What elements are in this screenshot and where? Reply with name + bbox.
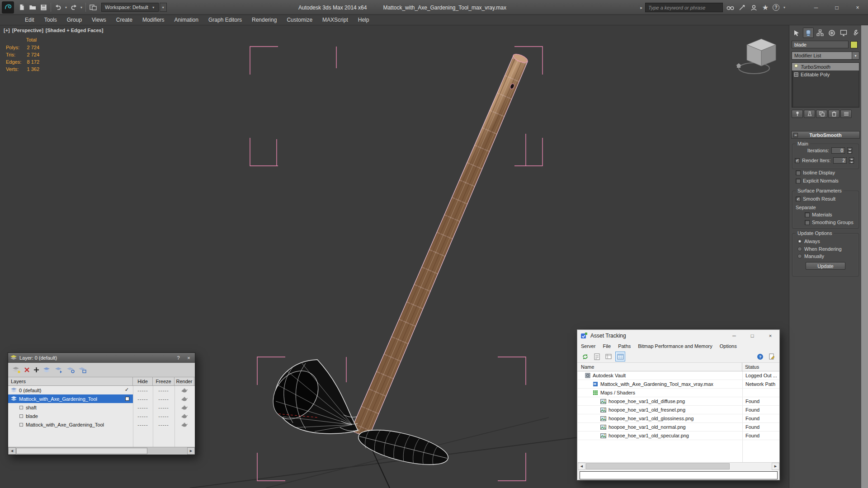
menu-file[interactable]: File [599, 343, 614, 349]
search-input[interactable] [645, 3, 723, 12]
manually-radio[interactable] [797, 254, 802, 258]
smoothing-groups-checkbox[interactable] [805, 220, 810, 225]
redo-button[interactable] [68, 1, 79, 13]
asset-row[interactable]: hoopoe_hoe_var1_old_specular.png Found [578, 432, 779, 440]
menu-help[interactable]: Help [353, 17, 374, 23]
asset-row[interactable]: Maps / Shaders [578, 389, 779, 397]
menu-edit[interactable]: Edit [20, 17, 39, 23]
search-binoculars-icon[interactable] [726, 3, 735, 12]
info-icon[interactable] [767, 352, 776, 361]
layer-row[interactable]: shaft ----- ----- [8, 403, 195, 412]
smooth-result-checkbox[interactable]: ✓ [796, 197, 801, 202]
asset-row[interactable]: Mattock_with_Axe_Gardening_Tool_max_vray… [578, 380, 779, 389]
menu-modifiers[interactable]: Modifiers [137, 17, 170, 23]
materials-checkbox[interactable] [805, 212, 810, 217]
lightbulb-icon[interactable] [794, 64, 798, 70]
help-dropdown-caret[interactable]: ▾ [782, 5, 787, 9]
set-current-layer-icon[interactable] [55, 366, 63, 373]
layer-row[interactable]: Mattock_with_Axe_Gardening_Tool ----- --… [8, 394, 195, 403]
menu-views[interactable]: Views [87, 17, 111, 23]
when-rendering-radio[interactable] [797, 247, 802, 251]
turbosmooth-rollout-header[interactable]: − TurboSmooth [791, 131, 860, 139]
column-render[interactable]: Render [175, 377, 194, 385]
delete-layer-icon[interactable] [24, 367, 30, 373]
select-layer-objects-icon[interactable] [43, 366, 51, 373]
help-icon[interactable]: ? [755, 352, 764, 361]
menu-paths[interactable]: Paths [614, 343, 634, 349]
column-layers[interactable]: Layers [8, 377, 133, 385]
render-toggle-icon[interactable] [175, 386, 194, 394]
viewport-general-menu[interactable]: [+] [4, 28, 10, 33]
viewport-shading-menu[interactable]: [Shaded + Edged Faces] [46, 28, 103, 33]
modifier-list-dropdown[interactable]: Modifier List ▼ [792, 52, 859, 60]
menu-group[interactable]: Group [62, 17, 87, 23]
menu-customize[interactable]: Customize [282, 17, 317, 23]
close-button[interactable]: × [847, 0, 868, 15]
render-iters-value[interactable]: 2 [833, 157, 847, 164]
render-toggle-icon[interactable] [175, 394, 194, 403]
viewport-pov-menu[interactable]: [Perspective] [12, 28, 43, 33]
minimize-button[interactable]: ─ [806, 0, 826, 15]
details-view-icon[interactable] [604, 352, 613, 361]
render-toggle-icon[interactable] [175, 412, 194, 420]
menu-animation[interactable]: Animation [170, 17, 203, 23]
show-end-result-button[interactable] [804, 110, 815, 118]
close-icon[interactable]: × [185, 355, 193, 361]
new-layer-icon[interactable] [12, 366, 20, 373]
scroll-left-icon[interactable]: ◀ [578, 463, 585, 470]
menu-server[interactable]: Server [577, 343, 599, 349]
max-logo-icon[interactable] [2, 1, 14, 14]
menu-graph-editors[interactable]: Graph Editors [203, 17, 247, 23]
iterations-value[interactable]: 0 [831, 147, 845, 154]
panel-scroll-strip[interactable] [861, 25, 868, 488]
open-file-button[interactable] [27, 1, 38, 13]
explicit-normals-checkbox[interactable] [796, 178, 801, 183]
subscription-icon[interactable] [737, 3, 746, 12]
table-view-icon[interactable] [616, 352, 625, 361]
column-freeze[interactable]: Freeze [153, 377, 175, 385]
mattock-blade-head[interactable] [264, 360, 359, 434]
configure-modifier-sets-button[interactable] [840, 110, 852, 118]
scroll-right-icon[interactable]: ▶ [187, 447, 195, 455]
communication-center-icon[interactable] [749, 3, 758, 12]
undo-button[interactable] [53, 1, 64, 13]
tab-create[interactable] [791, 28, 802, 38]
close-button[interactable]: × [761, 330, 779, 342]
tab-display[interactable] [838, 28, 849, 38]
refresh-status-icon[interactable] [580, 352, 590, 361]
object-color-swatch[interactable] [850, 41, 858, 48]
layer-row[interactable]: Mattock_with_Axe_Gardening_Tool ----- --… [8, 420, 195, 429]
layer-properties-icon[interactable] [78, 366, 86, 373]
column-hide[interactable]: Hide [133, 377, 153, 385]
layer-row[interactable]: blade ----- ----- [8, 412, 195, 420]
tab-modify[interactable] [803, 28, 814, 38]
menu-create[interactable]: Create [111, 17, 137, 23]
render-toggle-icon[interactable] [175, 403, 194, 412]
asset-row[interactable]: hoopoe_hoe_var1_old_normal.png Found [578, 423, 779, 432]
layer-horizontal-scrollbar[interactable]: ◀ ▶ [8, 447, 195, 455]
asset-horizontal-scrollbar[interactable]: ◀ ▶ [578, 462, 779, 470]
menu-bitmap-performance[interactable]: Bitmap Performance and Memory [634, 343, 716, 349]
tab-hierarchy[interactable] [815, 28, 826, 38]
asset-row[interactable]: hoopoe_hoe_var1_old_diffuse.png Found [578, 397, 779, 406]
menu-maxscript[interactable]: MAXScript [317, 17, 353, 23]
iterations-spinner[interactable] [847, 147, 852, 154]
maximize-button[interactable]: □ [743, 330, 761, 342]
workspace-options-dropdown[interactable]: ▼ [160, 3, 167, 12]
note-box-icon[interactable] [125, 397, 129, 401]
column-name[interactable]: Name [577, 363, 742, 371]
add-to-layer-icon[interactable] [33, 367, 39, 373]
favorites-star-icon[interactable]: ★ [761, 3, 770, 12]
tab-utilities[interactable] [850, 28, 861, 38]
asset-row[interactable]: hoopoe_hoe_var1_old_fresnel.png Found [578, 406, 779, 414]
object-name-field[interactable]: blade [792, 41, 849, 48]
menu-options[interactable]: Options [716, 343, 741, 349]
update-button[interactable]: Update [806, 262, 845, 270]
scroll-right-icon[interactable]: ▶ [772, 463, 779, 470]
viewcube[interactable] [733, 33, 783, 78]
minimize-button[interactable]: ─ [725, 330, 743, 342]
project-folder-icon[interactable] [88, 1, 99, 13]
asset-dialog-titlebar[interactable]: Asset Tracking ─ □ × [577, 330, 779, 342]
undo-dropdown-caret[interactable]: ▾ [64, 5, 68, 9]
render-toggle-icon[interactable] [175, 420, 194, 429]
